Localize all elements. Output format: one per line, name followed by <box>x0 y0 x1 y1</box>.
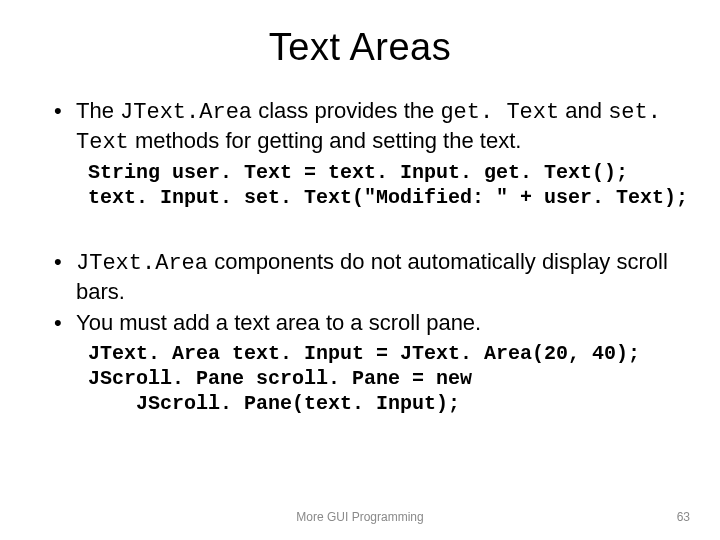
code-inline: JText.Area <box>76 251 208 276</box>
slide-title: Text Areas <box>50 26 670 69</box>
bullet-list-2: JText.Area components do not automatical… <box>50 248 670 337</box>
text: The <box>76 98 120 123</box>
spacer <box>50 230 670 248</box>
code-line: JText. Area text. Input = JText. Area(20… <box>88 342 640 365</box>
bullet-2: JText.Area components do not automatical… <box>50 248 670 305</box>
bullet-list: The JText.Area class provides the get. T… <box>50 97 670 156</box>
code-line: JScroll. Pane scroll. Pane = new <box>88 367 472 390</box>
bullet-3: You must add a text area to a scroll pan… <box>50 309 670 337</box>
code-block-1: String user. Text = text. Input. get. Te… <box>88 160 670 210</box>
code-inline: get. Text <box>440 100 559 125</box>
code-line: JScroll. Pane(text. Input); <box>88 391 670 416</box>
code-line: String user. Text = text. Input. get. Te… <box>88 161 628 184</box>
text: You must add a text area to a scroll pan… <box>76 310 481 335</box>
code-line: text. Input. set. Text("Modified: " + us… <box>88 186 688 209</box>
bullet-1: The JText.Area class provides the get. T… <box>50 97 670 156</box>
slide: Text Areas The JText.Area class provides… <box>0 0 720 540</box>
text: class provides the <box>252 98 440 123</box>
code-inline: JText.Area <box>120 100 252 125</box>
footer-text: More GUI Programming <box>0 510 720 524</box>
page-number: 63 <box>677 510 690 524</box>
text: methods for getting and setting the text… <box>129 128 522 153</box>
text: and <box>559 98 608 123</box>
code-block-2: JText. Area text. Input = JText. Area(20… <box>88 341 670 416</box>
